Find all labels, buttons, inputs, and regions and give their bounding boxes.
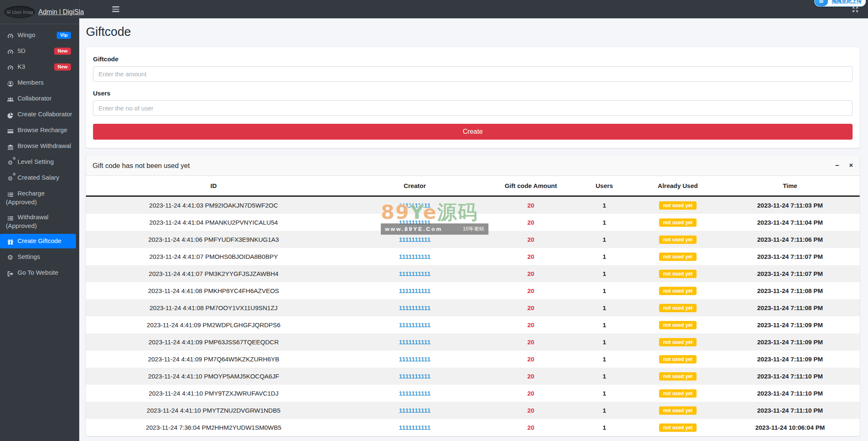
avatar-alt-text: User Imag [12, 10, 33, 15]
table-card-title: Gift code has not been used yet [93, 161, 190, 170]
cell-status: not used yet [635, 368, 720, 385]
users-count-input[interactable] [93, 100, 853, 116]
sidebar-item-go-to-website[interactable]: Go To Website [0, 266, 76, 280]
sidebar-item-withdrawal-approved[interactable]: Withdrawal (Approved) [0, 210, 76, 233]
sidebar-item-created-salary[interactable]: ⚙⚙Created Salary [0, 170, 76, 185]
cell-id: 2023-11-24 4:41:08 PMKHP8YC4FH6AZVEOS [86, 282, 341, 299]
cell-amount: 20 [488, 282, 574, 299]
column-header-already-used: Already Used [635, 176, 720, 196]
cell-amount: 20 [488, 316, 574, 333]
table-row: 2023-11-24 4:41:06 PMFYUDFX3E9NKUG1A3111… [86, 231, 860, 248]
close-icon[interactable]: × [849, 162, 853, 169]
cell-time: 2023-11-24 7:11:06 PM [720, 231, 860, 248]
sidebar-badge: New [54, 48, 71, 55]
cell-time: 2023-11-24 7:11:10 PM [720, 385, 860, 402]
giftcode-amount-input[interactable] [93, 66, 853, 82]
creator-link[interactable]: 1111111111 [399, 373, 430, 380]
status-badge: not used yet [659, 321, 697, 329]
sidebar-item-label: Browse Recharge [18, 126, 67, 133]
menu-toggle-icon[interactable] [111, 5, 120, 13]
cell-status: not used yet [635, 248, 720, 265]
fullscreen-icon[interactable] [852, 6, 859, 13]
card-tools: − × [835, 162, 853, 169]
cell-creator: 1111111111 [341, 351, 488, 368]
table-row: 2023-11-24 4:41:07 PMOHS0BJOIDA8B0BPY111… [86, 248, 860, 265]
status-badge: not used yet [659, 270, 697, 278]
pie-chart-icon [6, 111, 15, 119]
creator-link[interactable]: 1111111111 [399, 236, 430, 243]
cell-status: not used yet [635, 333, 720, 351]
sidebar-item-recharge-approved[interactable]: Recharge (Approved) [0, 186, 76, 209]
creator-link[interactable]: 1111111111 [399, 390, 430, 397]
status-badge: not used yet [659, 372, 697, 381]
sidebar-item-settings[interactable]: ⚙Settings [0, 250, 76, 264]
cell-time: 2023-11-24 7:11:04 PM [720, 214, 860, 231]
creator-link[interactable]: 1111111111 [399, 321, 430, 328]
table-row: 2023-11-24 4:41:10 PMY9TZXJWRUFAVC1DJ111… [86, 385, 860, 402]
sidebar-item-label: Created Salary [18, 174, 59, 181]
cell-creator: 1111111111 [341, 231, 488, 248]
creator-link[interactable]: 1111111111 [399, 356, 430, 363]
status-badge: not used yet [659, 423, 697, 432]
upload-overlay[interactable]: ∞ 拖拽至此上传 [814, 0, 866, 7]
sidebar-item-k3[interactable]: K3New [0, 60, 76, 74]
giftcode-label: Giftcode [93, 55, 853, 63]
cell-id: 2023-11-24 4:41:06 PMFYUDFX3E9NKUG1A3 [86, 231, 341, 248]
cell-users: 1 [574, 248, 635, 265]
create-button[interactable]: Create [93, 124, 853, 140]
status-badge: not used yet [659, 236, 697, 244]
cell-creator: 1111111111 [341, 333, 488, 351]
cell-creator: 1111111111 [341, 214, 488, 231]
sidebar-item-label: Go To Website [18, 269, 58, 276]
column-header-users: Users [574, 176, 635, 196]
minimize-icon[interactable]: − [835, 162, 839, 169]
creator-link[interactable]: 1111111111 [399, 304, 430, 311]
creator-link[interactable]: 1111111111 [399, 407, 430, 414]
cell-creator: 1111111111 [341, 299, 488, 316]
sidebar-item-members[interactable]: Members [0, 75, 76, 90]
cell-users: 1 [574, 265, 635, 282]
creator-link[interactable]: 1111111111 [399, 424, 430, 431]
main-content: Giftcode Giftcode Users Create Gift code… [79, 18, 868, 436]
sidebar-item-wingo[interactable]: WingoVip [0, 28, 76, 43]
creator-link[interactable]: 1111111111 [399, 270, 430, 277]
cell-amount: 20 [488, 214, 574, 231]
sidebar-item-create-giftcode[interactable]: Create Giftcode [0, 234, 76, 248]
cell-amount: 20 [488, 419, 574, 436]
table-row: 2023-11-24 4:41:04 PMANKU2PVNYICALU54111… [86, 214, 860, 231]
upload-overlay-label: 拖拽至此上传 [828, 0, 865, 5]
sidebar-item-label: Create Giftcode [18, 237, 61, 244]
sidebar-item-collaborator[interactable]: Collaborator [0, 91, 76, 106]
creator-link[interactable]: 1111111111 [399, 253, 430, 260]
list-icon [6, 190, 15, 198]
cell-time: 2023-11-24 7:11:03 PM [720, 196, 860, 214]
brand-link[interactable]: Admin | DigiSla [38, 8, 84, 16]
cell-id: 2023-11-24 4:41:09 PM7Q64W5KZKZURH6YB [86, 351, 341, 368]
cell-users: 1 [574, 282, 635, 299]
table-row: 2023-11-24 4:41:08 PMKHP8YC4FH6AZVEOS111… [86, 282, 860, 299]
status-badge: not used yet [659, 304, 697, 312]
sidebar-item-level-setting[interactable]: ⚙⚙Level Setting [0, 155, 76, 169]
table-row: 2023-11-24 4:41:08 PM7OOY1VX11U9SN1ZJ111… [86, 299, 860, 316]
sign-out-icon [6, 269, 15, 277]
creator-link[interactable]: 1111111111 [399, 287, 430, 294]
sidebar-item-browse-withdrawal[interactable]: Browse Withdrawal [0, 139, 76, 153]
creator-link[interactable]: 1111111111 [399, 202, 430, 209]
status-badge: not used yet [659, 201, 697, 210]
cell-creator: 1111111111 [341, 265, 488, 282]
cell-status: not used yet [635, 265, 720, 282]
sidebar-item-create-collaborator[interactable]: Create Collaborator [0, 107, 76, 122]
cell-amount: 20 [488, 402, 574, 419]
cell-users: 1 [574, 402, 635, 419]
creator-link[interactable]: 1111111111 [399, 219, 430, 226]
cell-status: not used yet [635, 231, 720, 248]
sidebar-item-5d[interactable]: 5DNew [0, 44, 76, 58]
creator-link[interactable]: 1111111111 [399, 338, 430, 346]
cell-time: 2023-11-24 7:11:07 PM [720, 248, 860, 265]
cell-status: not used yet [635, 214, 720, 231]
cell-users: 1 [574, 299, 635, 316]
cell-amount: 20 [488, 351, 574, 368]
sidebar-item-browse-recharge[interactable]: Browse Recharge [0, 123, 76, 138]
column-header-id: ID [86, 176, 341, 196]
column-header-time: Time [720, 176, 860, 196]
